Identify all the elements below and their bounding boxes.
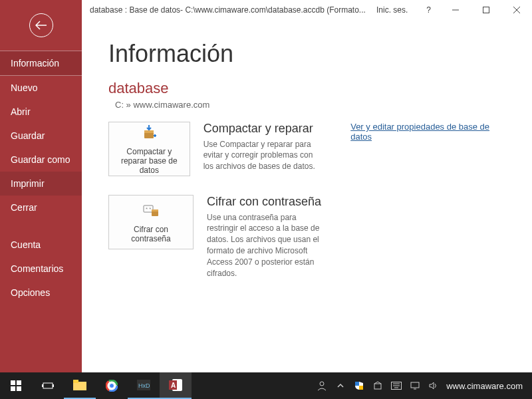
- sidebar-item-imprimir[interactable]: Imprimir: [0, 172, 82, 196]
- keyboard-tray-icon[interactable]: [390, 382, 402, 390]
- main-panel: Información database C: » www.cimaware.c…: [82, 20, 532, 372]
- svg-rect-18: [73, 380, 78, 383]
- window-title: database : Base de datos- C:\www.cimawar…: [82, 5, 367, 15]
- defender-icon[interactable]: [353, 381, 365, 390]
- compact-desc: Compactar y reparar Use Compactar y repa…: [203, 122, 318, 172]
- minimize-button[interactable]: [440, 0, 471, 20]
- compact-text: Use Compactar y reparar para evitar y co…: [203, 139, 318, 172]
- page-title: Información: [108, 40, 505, 68]
- sidebar-item-guardar[interactable]: Guardar: [0, 124, 82, 148]
- svg-rect-13: [17, 386, 21, 391]
- sidebar-item-guardar-como[interactable]: Guardar como: [0, 148, 82, 172]
- svg-rect-9: [152, 209, 158, 211]
- encrypt-button[interactable]: * * Cifrar con contraseña: [108, 195, 194, 249]
- svg-rect-5: [144, 130, 154, 133]
- backstage-sidebar: Información Nuevo Abrir Guardar Guardar …: [0, 0, 82, 372]
- close-button[interactable]: [501, 0, 532, 20]
- hxd-taskbar-icon[interactable]: HxD: [128, 372, 160, 399]
- back-arrow-icon: [29, 13, 53, 37]
- svg-rect-38: [411, 382, 419, 388]
- signin-link[interactable]: Inic. ses.: [367, 5, 417, 15]
- svg-rect-12: [11, 386, 15, 391]
- system-tray: www.cimaware.com: [316, 380, 532, 391]
- side-links: Ver y editar propiedades de base de dato…: [350, 122, 505, 142]
- encrypt-text: Use una contraseña para restringir el ac…: [207, 212, 327, 279]
- access-taskbar-icon[interactable]: A: [160, 372, 192, 399]
- start-button[interactable]: [0, 372, 32, 399]
- compact-repair-icon: [140, 124, 158, 143]
- sidebar-item-informacion[interactable]: Información: [0, 51, 82, 76]
- sidebar-item-cerrar[interactable]: Cerrar: [0, 196, 82, 219]
- svg-text:A: A: [171, 382, 176, 389]
- tray-chevron-icon[interactable]: [334, 382, 346, 389]
- svg-line-3: [513, 7, 520, 13]
- compact-row: Compactar y reparar base de datos Compac…: [108, 122, 505, 176]
- svg-rect-10: [11, 380, 15, 385]
- explorer-taskbar-icon[interactable]: [64, 372, 96, 399]
- view-edit-properties-link[interactable]: Ver y editar propiedades de base de dato…: [350, 122, 489, 142]
- encrypt-desc: Cifrar con contraseña Use una contraseña…: [207, 195, 327, 279]
- svg-rect-33: [374, 384, 381, 389]
- encrypt-title: Cifrar con contraseña: [207, 195, 327, 209]
- titlebar: database : Base de datos- C:\www.cimawar…: [82, 0, 532, 20]
- chrome-taskbar-icon[interactable]: [96, 372, 128, 399]
- sidebar-item-abrir[interactable]: Abrir: [0, 100, 82, 124]
- compact-title: Compactar y reparar: [203, 122, 318, 136]
- sidebar-item-nuevo[interactable]: Nuevo: [0, 76, 82, 100]
- compact-repair-button-label: Compactar y reparar base de datos: [113, 147, 186, 175]
- taskbar: HxD A www.cimaware.com: [0, 372, 532, 399]
- svg-rect-1: [483, 7, 489, 13]
- network-tray-icon[interactable]: [409, 381, 421, 390]
- box-tray-icon[interactable]: [372, 381, 384, 390]
- svg-rect-15: [42, 384, 43, 387]
- svg-rect-14: [43, 383, 53, 388]
- taskview-button[interactable]: [32, 372, 64, 399]
- svg-rect-16: [53, 384, 54, 387]
- svg-rect-11: [17, 380, 21, 385]
- database-name: database: [108, 80, 505, 97]
- svg-point-30: [320, 382, 324, 386]
- encrypt-button-label: Cifrar con contraseña: [113, 225, 189, 243]
- volume-tray-icon[interactable]: [428, 381, 440, 390]
- maximize-button[interactable]: [471, 0, 501, 20]
- people-icon[interactable]: [316, 380, 328, 391]
- taskbar-brand: www.cimaware.com: [446, 381, 523, 391]
- svg-line-2: [513, 7, 520, 13]
- encrypt-row: * * Cifrar con contraseña Cifrar con con…: [108, 195, 505, 279]
- svg-rect-32: [359, 386, 363, 390]
- encrypt-icon: * *: [142, 201, 160, 221]
- svg-text:HxD: HxD: [138, 382, 150, 389]
- compact-repair-button[interactable]: Compactar y reparar base de datos: [108, 122, 190, 176]
- back-button[interactable]: [0, 0, 82, 51]
- database-path: C: » www.cimaware.com: [115, 100, 505, 110]
- svg-text:* *: * *: [146, 206, 151, 212]
- sidebar-item-comentarios[interactable]: Comentarios: [0, 257, 82, 281]
- sidebar-item-opciones[interactable]: Opciones: [0, 281, 82, 305]
- help-button[interactable]: ?: [417, 5, 440, 15]
- svg-rect-31: [355, 382, 359, 386]
- sidebar-item-cuenta[interactable]: Cuenta: [0, 233, 82, 257]
